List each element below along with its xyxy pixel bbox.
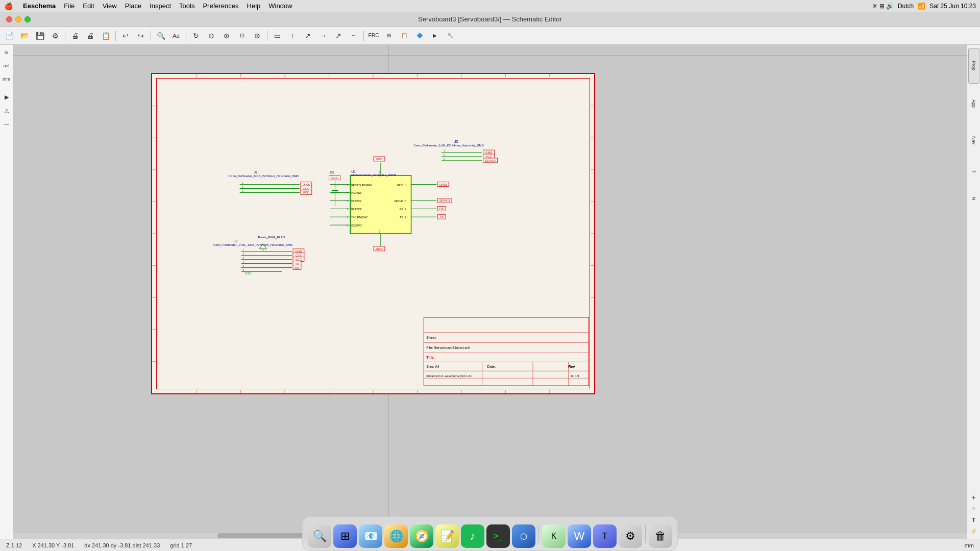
toolbar: 📄 📂 💾 ⚙ 🖨 🖨 📋 ↩ ↪ 🔍 Aa ↻ ⊖ ⊕ ⊡ ⊕ ▭ ↑ ↗ →… bbox=[0, 27, 980, 45]
wire-button[interactable]: → bbox=[316, 29, 330, 43]
menu-eeschema[interactable]: Eeschema bbox=[19, 2, 60, 10]
redo-button[interactable]: ↪ bbox=[134, 29, 148, 43]
netlist-tab[interactable]: N bbox=[968, 186, 979, 211]
toolbar-sep-2 bbox=[115, 31, 116, 41]
power-button[interactable]: ↗ bbox=[301, 29, 315, 43]
toolbar-sep-4 bbox=[186, 31, 186, 41]
pcb-button[interactable]: 🔷 bbox=[412, 29, 427, 43]
settings-button[interactable]: ⚙ bbox=[48, 29, 62, 43]
dock-vscode[interactable]: ⬡ bbox=[512, 524, 535, 548]
dock-launchpad[interactable]: ⊞ bbox=[333, 524, 357, 548]
net-button[interactable]: ↑ bbox=[285, 29, 300, 43]
find-button[interactable]: 🔍 bbox=[154, 29, 168, 43]
find-replace-button[interactable]: Aa bbox=[169, 29, 183, 43]
zoom-out-button[interactable]: ⊖ bbox=[204, 29, 218, 43]
minimize-button[interactable] bbox=[15, 16, 21, 22]
system-icons: ✳ ⊞ 🔊 bbox=[872, 3, 894, 10]
appearance-tab[interactable]: App bbox=[968, 86, 979, 121]
dock-preferences[interactable]: ⚙ bbox=[619, 524, 642, 548]
dock-separator-2 bbox=[645, 524, 646, 543]
undo-button[interactable]: ↩ bbox=[118, 29, 133, 43]
unit-mil[interactable]: mil bbox=[1, 60, 12, 71]
sidebar-sep bbox=[2, 88, 11, 88]
dock-iterm[interactable]: >_ bbox=[486, 524, 510, 548]
new-button[interactable]: 📄 bbox=[2, 29, 16, 43]
dock-spotify[interactable]: ♪ bbox=[461, 524, 484, 548]
copy-button[interactable]: 📋 bbox=[99, 29, 113, 43]
save-button[interactable]: 💾 bbox=[33, 29, 47, 43]
grid-size: grid 1.27 bbox=[170, 542, 192, 548]
label-button[interactable]: ~ bbox=[347, 29, 361, 43]
maximize-button[interactable] bbox=[24, 16, 31, 22]
wifi-icon: 📶 bbox=[918, 3, 925, 10]
menu-tools[interactable]: Tools bbox=[175, 2, 199, 10]
menu-place[interactable]: Place bbox=[121, 2, 146, 10]
tools-button[interactable]: 🔧 bbox=[443, 29, 457, 43]
netlist-button[interactable]: ⊞ bbox=[382, 29, 396, 43]
zoom-selection-button[interactable]: ⊕ bbox=[250, 29, 264, 43]
close-button[interactable] bbox=[6, 16, 12, 22]
main-layout: in mil mm ▶ △ — bbox=[0, 45, 980, 539]
properties-tab[interactable]: Prop bbox=[968, 48, 979, 84]
toolbar-sep-6 bbox=[363, 31, 364, 41]
menu-inspect[interactable]: Inspect bbox=[145, 2, 175, 10]
add-icon[interactable]: + bbox=[968, 492, 979, 503]
menu-view[interactable]: View bbox=[99, 2, 121, 10]
dock-word[interactable]: W bbox=[568, 524, 591, 548]
bom-button[interactable]: 📋 bbox=[397, 29, 411, 43]
measure-tool[interactable]: — bbox=[1, 118, 12, 129]
draw-tool[interactable]: △ bbox=[1, 105, 12, 116]
dock: 🔍 ⊞ 📧 🌐 🧭 📝 ♪ >_ ⬡ K W T ⚙ 🗑 bbox=[302, 516, 678, 551]
simulate-button[interactable]: ▶ bbox=[428, 29, 442, 43]
dock-separator bbox=[538, 524, 539, 543]
zoom-in-button[interactable]: ⊕ bbox=[219, 29, 234, 43]
text-icon[interactable]: T bbox=[968, 514, 979, 525]
apple-menu[interactable]: 🍎 bbox=[4, 2, 13, 10]
erc-button[interactable]: ERC bbox=[366, 29, 381, 43]
navigator-tab[interactable]: Nav bbox=[968, 122, 979, 158]
menu-file[interactable]: File bbox=[60, 2, 79, 10]
net-icon[interactable]: ⚡ bbox=[968, 525, 979, 537]
tool-icons-group: + ≡ T ⚡ bbox=[968, 492, 979, 537]
properties-icon[interactable]: ≡ bbox=[968, 503, 979, 514]
sheet-border bbox=[156, 78, 590, 389]
dock-notes[interactable]: 📝 bbox=[435, 524, 459, 548]
units-display: mm bbox=[965, 542, 974, 548]
traffic-lights bbox=[6, 16, 31, 22]
zoom-fit-button[interactable]: ⊡ bbox=[235, 29, 249, 43]
menu-window[interactable]: Window bbox=[264, 2, 296, 10]
unit-in[interactable]: in bbox=[1, 47, 12, 58]
dock-kicad[interactable]: K bbox=[542, 524, 566, 548]
dock-teams[interactable]: T bbox=[593, 524, 617, 548]
menu-help[interactable]: Help bbox=[243, 2, 265, 10]
canvas-area[interactable]: U1 Microcontroller_ATtiny412_SSFR RESET/… bbox=[13, 45, 967, 539]
dock-safari[interactable]: 🧭 bbox=[410, 524, 433, 548]
right-sidebar: Prop App Nav T N + ≡ T ⚡ bbox=[967, 45, 980, 539]
zoom-level: Z 1.12 bbox=[6, 542, 22, 548]
window-title: Servoboard3 [Servoboard3/] — Schematic E… bbox=[418, 15, 562, 23]
print-button[interactable]: 🖨 bbox=[83, 29, 97, 43]
toolbar-sep-1 bbox=[65, 31, 65, 41]
print-preview-button[interactable]: 🖨 bbox=[68, 29, 82, 43]
menubar: 🍎 Eeschema File Edit View Place Inspect … bbox=[0, 0, 980, 12]
refresh-button[interactable]: ↻ bbox=[189, 29, 203, 43]
language-indicator: Dutch bbox=[898, 3, 914, 10]
dock-chrome[interactable]: 🌐 bbox=[384, 524, 408, 548]
select-tool[interactable]: ▶ bbox=[1, 91, 12, 103]
menu-edit[interactable]: Edit bbox=[79, 2, 98, 10]
dock-trash[interactable]: 🗑 bbox=[649, 524, 672, 548]
menu-preferences[interactable]: Preferences bbox=[199, 2, 242, 10]
datetime: Sat 25 Jun 10:23 bbox=[929, 3, 976, 10]
toolbar-sep-5 bbox=[267, 31, 267, 41]
open-button[interactable]: 📂 bbox=[17, 29, 32, 43]
dock-mail[interactable]: 📧 bbox=[359, 524, 382, 548]
bus-button[interactable]: ↗ bbox=[331, 29, 346, 43]
hierarchy-button[interactable]: ▭ bbox=[270, 29, 284, 43]
dock-finder[interactable]: 🔍 bbox=[308, 524, 331, 548]
schematic-sheet[interactable]: U1 Microcontroller_ATtiny412_SSFR RESET/… bbox=[151, 73, 595, 394]
titlebar: Servoboard3 [Servoboard3/] — Schematic E… bbox=[0, 12, 980, 27]
text-tab[interactable]: T bbox=[968, 159, 979, 185]
menubar-right: ✳ ⊞ 🔊 Dutch 📶 Sat 25 Jun 10:23 bbox=[872, 3, 976, 10]
unit-mm[interactable]: mm bbox=[1, 73, 12, 85]
coordinates: X 241.30 Y -3.81 bbox=[32, 542, 74, 548]
